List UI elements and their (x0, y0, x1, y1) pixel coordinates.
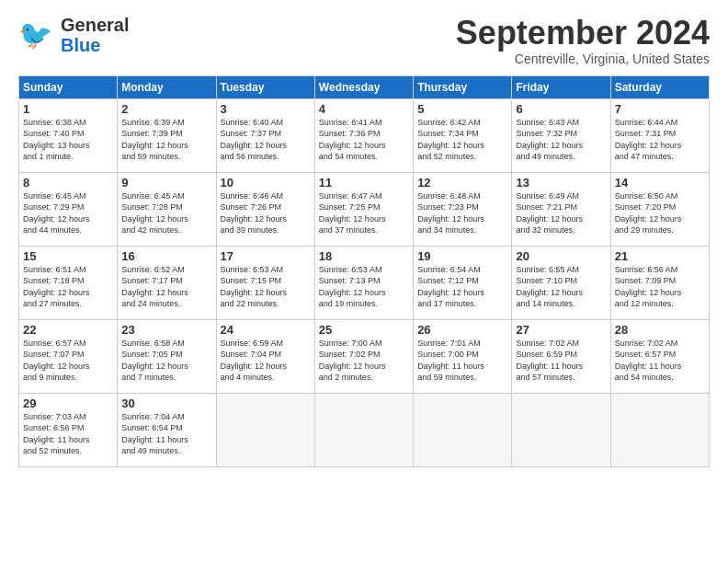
day-info: Sunrise: 6:58 AM Sunset: 7:05 PM Dayligh… (121, 338, 211, 384)
day-number: 5 (417, 102, 507, 116)
day-number: 11 (319, 176, 409, 190)
day-number: 20 (516, 249, 606, 263)
calendar-cell: 10Sunrise: 6:46 AM Sunset: 7:26 PM Dayli… (216, 172, 314, 246)
day-number: 12 (417, 176, 507, 190)
day-info: Sunrise: 6:56 AM Sunset: 7:09 PM Dayligh… (615, 264, 705, 310)
day-number: 13 (516, 176, 606, 190)
calendar-cell: 19Sunrise: 6:54 AM Sunset: 7:12 PM Dayli… (414, 246, 512, 319)
col-header-thursday: Thursday (414, 75, 512, 98)
day-number: 18 (319, 249, 409, 263)
calendar-cell (610, 393, 709, 466)
day-number: 15 (23, 249, 113, 263)
calendar-cell: 2Sunrise: 6:39 AM Sunset: 7:39 PM Daylig… (118, 98, 216, 172)
day-number: 25 (319, 323, 409, 337)
day-number: 30 (121, 396, 211, 410)
calendar-cell: 24Sunrise: 6:59 AM Sunset: 7:04 PM Dayli… (216, 319, 314, 393)
day-info: Sunrise: 6:40 AM Sunset: 7:37 PM Dayligh… (221, 117, 311, 163)
day-number: 10 (221, 176, 311, 190)
day-info: Sunrise: 6:51 AM Sunset: 7:18 PM Dayligh… (23, 264, 113, 310)
calendar-cell: 11Sunrise: 6:47 AM Sunset: 7:25 PM Dayli… (314, 172, 413, 246)
location: Centreville, Virginia, United States (456, 52, 710, 66)
day-number: 29 (23, 396, 113, 410)
day-info: Sunrise: 6:46 AM Sunset: 7:26 PM Dayligh… (221, 190, 311, 236)
calendar-cell: 6Sunrise: 6:43 AM Sunset: 7:32 PM Daylig… (512, 98, 610, 172)
svg-text:🐦: 🐦 (18, 18, 53, 52)
calendar-cell: 16Sunrise: 6:52 AM Sunset: 7:17 PM Dayli… (118, 246, 216, 319)
logo-blue: Blue (61, 35, 129, 55)
logo: 🐦 General Blue (18, 15, 129, 55)
calendar-cell: 1Sunrise: 6:38 AM Sunset: 7:40 PM Daylig… (19, 98, 118, 172)
calendar-cell: 17Sunrise: 6:53 AM Sunset: 7:15 PM Dayli… (216, 246, 314, 319)
header: 🐦 General Blue September 2024 Centrevill… (18, 15, 710, 66)
calendar-cell: 23Sunrise: 6:58 AM Sunset: 7:05 PM Dayli… (118, 319, 216, 393)
week-row-1: 8Sunrise: 6:45 AM Sunset: 7:29 PM Daylig… (19, 172, 710, 246)
day-number: 24 (221, 323, 311, 337)
day-info: Sunrise: 6:49 AM Sunset: 7:21 PM Dayligh… (516, 190, 606, 236)
calendar-cell: 20Sunrise: 6:55 AM Sunset: 7:10 PM Dayli… (512, 246, 610, 319)
calendar-cell (216, 393, 314, 466)
calendar-cell: 30Sunrise: 7:04 AM Sunset: 6:54 PM Dayli… (118, 393, 216, 466)
week-row-0: 1Sunrise: 6:38 AM Sunset: 7:40 PM Daylig… (19, 98, 710, 172)
calendar-cell: 14Sunrise: 6:50 AM Sunset: 7:20 PM Dayli… (610, 172, 709, 246)
calendar-cell: 18Sunrise: 6:53 AM Sunset: 7:13 PM Dayli… (314, 246, 413, 319)
calendar-cell: 3Sunrise: 6:40 AM Sunset: 7:37 PM Daylig… (216, 98, 314, 172)
day-number: 23 (121, 323, 211, 337)
logo-icon: 🐦 (18, 15, 59, 55)
day-info: Sunrise: 6:45 AM Sunset: 7:29 PM Dayligh… (23, 190, 113, 236)
calendar-cell: 25Sunrise: 7:00 AM Sunset: 7:02 PM Dayli… (314, 319, 413, 393)
title-block: September 2024 Centreville, Virginia, Un… (456, 15, 710, 66)
day-info: Sunrise: 6:55 AM Sunset: 7:10 PM Dayligh… (516, 264, 606, 310)
day-number: 21 (615, 249, 705, 263)
day-info: Sunrise: 6:53 AM Sunset: 7:13 PM Dayligh… (319, 264, 409, 310)
day-number: 26 (417, 323, 507, 337)
day-number: 22 (23, 323, 113, 337)
day-number: 27 (516, 323, 606, 337)
logo-general: General (61, 15, 129, 35)
day-number: 8 (23, 176, 113, 190)
month-title: September 2024 (456, 15, 710, 52)
col-header-tuesday: Tuesday (216, 75, 314, 98)
day-info: Sunrise: 6:54 AM Sunset: 7:12 PM Dayligh… (417, 264, 507, 310)
day-info: Sunrise: 6:57 AM Sunset: 7:07 PM Dayligh… (23, 338, 113, 384)
week-row-4: 29Sunrise: 7:03 AM Sunset: 6:56 PM Dayli… (19, 393, 710, 466)
header-row: SundayMondayTuesdayWednesdayThursdayFrid… (19, 75, 710, 98)
calendar-table: SundayMondayTuesdayWednesdayThursdayFrid… (18, 75, 710, 467)
calendar-cell: 7Sunrise: 6:44 AM Sunset: 7:31 PM Daylig… (610, 98, 709, 172)
calendar-cell: 28Sunrise: 7:02 AM Sunset: 6:57 PM Dayli… (610, 319, 709, 393)
day-number: 14 (615, 176, 705, 190)
day-number: 1 (23, 102, 113, 116)
page-container: 🐦 General Blue September 2024 Centrevill… (0, 0, 728, 477)
calendar-cell: 22Sunrise: 6:57 AM Sunset: 7:07 PM Dayli… (19, 319, 118, 393)
day-info: Sunrise: 6:48 AM Sunset: 7:23 PM Dayligh… (417, 190, 507, 236)
calendar-cell: 8Sunrise: 6:45 AM Sunset: 7:29 PM Daylig… (19, 172, 118, 246)
day-info: Sunrise: 6:47 AM Sunset: 7:25 PM Dayligh… (319, 190, 409, 236)
day-info: Sunrise: 7:02 AM Sunset: 6:59 PM Dayligh… (516, 338, 606, 384)
day-info: Sunrise: 6:53 AM Sunset: 7:15 PM Dayligh… (221, 264, 311, 310)
day-number: 16 (121, 249, 211, 263)
calendar-cell (512, 393, 610, 466)
day-info: Sunrise: 6:50 AM Sunset: 7:20 PM Dayligh… (615, 190, 705, 236)
day-number: 17 (221, 249, 311, 263)
day-info: Sunrise: 6:42 AM Sunset: 7:34 PM Dayligh… (417, 117, 507, 163)
calendar-cell: 9Sunrise: 6:45 AM Sunset: 7:28 PM Daylig… (118, 172, 216, 246)
day-info: Sunrise: 7:03 AM Sunset: 6:56 PM Dayligh… (23, 411, 113, 457)
day-number: 3 (221, 102, 311, 116)
col-header-saturday: Saturday (610, 75, 709, 98)
day-info: Sunrise: 6:45 AM Sunset: 7:28 PM Dayligh… (121, 190, 211, 236)
day-info: Sunrise: 6:52 AM Sunset: 7:17 PM Dayligh… (121, 264, 211, 310)
col-header-wednesday: Wednesday (314, 75, 413, 98)
day-info: Sunrise: 6:41 AM Sunset: 7:36 PM Dayligh… (319, 117, 409, 163)
day-number: 4 (319, 102, 409, 116)
day-info: Sunrise: 7:04 AM Sunset: 6:54 PM Dayligh… (121, 411, 211, 457)
col-header-sunday: Sunday (19, 75, 118, 98)
day-info: Sunrise: 7:01 AM Sunset: 7:00 PM Dayligh… (417, 338, 507, 384)
day-number: 6 (516, 102, 606, 116)
week-row-3: 22Sunrise: 6:57 AM Sunset: 7:07 PM Dayli… (19, 319, 710, 393)
day-number: 19 (417, 249, 507, 263)
calendar-cell: 21Sunrise: 6:56 AM Sunset: 7:09 PM Dayli… (610, 246, 709, 319)
calendar-cell: 12Sunrise: 6:48 AM Sunset: 7:23 PM Dayli… (414, 172, 512, 246)
col-header-friday: Friday (512, 75, 610, 98)
week-row-2: 15Sunrise: 6:51 AM Sunset: 7:18 PM Dayli… (19, 246, 710, 319)
day-number: 28 (615, 323, 705, 337)
calendar-cell: 29Sunrise: 7:03 AM Sunset: 6:56 PM Dayli… (19, 393, 118, 466)
